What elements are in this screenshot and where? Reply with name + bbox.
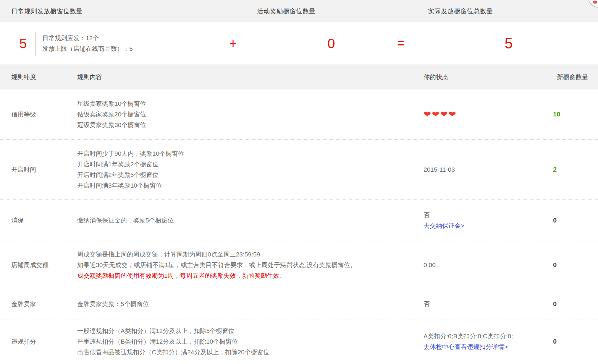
- count-cell: 0: [551, 217, 598, 224]
- rule-content: 开店时间少于90天内，奖励10个橱窗位 开店时间满1年奖励2个橱窗位 开店时间满…: [66, 148, 424, 191]
- daily-note-line1: 日常规则应发：12个: [42, 33, 133, 43]
- widget-red-icon: [593, 1, 597, 4]
- activity-reward-value: 0: [319, 22, 343, 64]
- rule-content-line: 金牌卖家奖励：5个橱窗位: [77, 299, 424, 309]
- rule-dimension-label: 金牌卖家: [0, 300, 66, 308]
- new-showcase-count-value: 0: [553, 261, 557, 269]
- header-rule-dimension: 规则纬度: [0, 73, 66, 81]
- rule-content: 周成交额是指上周的周成交额，计算周期为周四0点至周三23:59:59 如果近30…: [66, 249, 424, 281]
- rule-content-line: 星级卖家奖励10个橱窗位: [77, 98, 424, 109]
- status-cell: ❤❤❤❤: [424, 110, 551, 119]
- rule-content: 一般违规扣分（A类扣分）满12分及以上，扣除5个橱窗位 严重违规扣分（B类扣分）…: [66, 326, 424, 358]
- rule-content-line: 周成交额是指上周的周成交额，计算周期为周四0点至周三23:59:59: [77, 249, 424, 260]
- count-cell: 2: [551, 166, 598, 173]
- summary-divider: [35, 32, 36, 56]
- deposit-status-value: 否: [424, 210, 551, 220]
- summary-titles-band: 日常规则发放橱窗位数量 活动奖励橱窗位数量 实际发放橱窗位总数量: [0, 0, 598, 22]
- header-your-status: 你的状态: [424, 73, 551, 81]
- daily-rule-column-title: 日常规则发放橱窗位数量: [11, 0, 83, 22]
- showcase-rules-panel: 日常规则发放橱窗位数量 活动奖励橱窗位数量 实际发放橱窗位总数量 5 日常规则应…: [0, 0, 598, 364]
- new-showcase-count-value: 10: [553, 110, 560, 118]
- rule-content-line: 开店时间满3年奖励10个橱窗位: [77, 180, 424, 191]
- new-showcase-count-value: 0: [553, 300, 557, 308]
- status-cell: A类扣分:0;B类扣分:0;C类扣分:0; 去体检中心查看违规扣分详情>: [424, 331, 551, 352]
- rule-content-line: 开店时间满1年奖励2个橱窗位: [77, 159, 424, 170]
- rule-dimension-label: 消保: [0, 216, 66, 225]
- rule-content-line: 如果近30天无成交，或店铺不满1星，或主营类目不符合要求，或上周处于惩罚状态,没…: [77, 260, 424, 270]
- rule-dimension-label: 店铺周成交额: [0, 261, 66, 269]
- count-cell: 0: [551, 300, 598, 308]
- open-date-value: 2015-11-03: [424, 166, 455, 173]
- header-rule-content: 规则内容: [66, 73, 424, 81]
- rule-content-line: 开店时间满2年奖励5个橱窗位: [77, 170, 424, 180]
- rule-dimension-label: 信用等级: [0, 110, 66, 118]
- rule-content-line: 严重违规扣分（B类扣分）满12分及以上，扣除10个橱窗位: [77, 336, 424, 347]
- count-cell: 0: [551, 261, 598, 269]
- daily-issued-value: 5: [12, 22, 34, 64]
- actual-total-column-title: 实际发放橱窗位总数量: [428, 0, 493, 22]
- status-cell: 2015-11-03: [424, 164, 551, 175]
- activity-reward-column-title: 活动奖励橱窗位数量: [257, 0, 316, 22]
- total-issued-value: 5: [497, 22, 521, 64]
- status-cell: 否: [424, 299, 551, 309]
- gold-seller-status-value: 否: [424, 300, 430, 307]
- rule-content-line: 钻级卖家奖励20个橱窗位: [77, 109, 424, 120]
- table-row-violation-points: 违规扣分 一般违规扣分（A类扣分）满12分及以上，扣除5个橱窗位 严重违规扣分（…: [0, 319, 598, 364]
- rule-content-line: 开店时间少于90天内，奖励10个橱窗位: [77, 148, 424, 159]
- header-new-showcase-count: 新橱窗数量: [551, 73, 598, 81]
- rule-content-line: 一般违规扣分（A类扣分）满12分及以上，扣除5个橱窗位: [77, 326, 424, 336]
- count-cell: 10: [551, 110, 598, 118]
- table-row-gold-seller: 金牌卖家 金牌卖家奖励：5个橱窗位 否 0: [0, 289, 598, 319]
- rule-dimension-label: 开店时间: [0, 165, 66, 174]
- table-row-weekly-turnover: 店铺周成交额 周成交额是指上周的周成交额，计算周期为周四0点至周三23:59:5…: [0, 241, 598, 289]
- credit-hearts-icon: ❤❤❤❤: [424, 109, 457, 119]
- rule-content-line: 缴纳消保保证金的，奖励5个橱窗位: [77, 215, 424, 226]
- new-showcase-count-value: 0: [553, 217, 557, 224]
- new-showcase-count-value: 2: [553, 166, 557, 173]
- table-row-consumer-protection: 消保 缴纳消保保证金的，奖励5个橱窗位 否 去交纳保证金> 0: [0, 200, 598, 241]
- daily-note-line2: 发放上限（店铺在线商品数）：5: [42, 44, 133, 53]
- equals-operator: =: [389, 22, 413, 64]
- new-showcase-count-value: 0: [553, 338, 557, 345]
- pay-deposit-link[interactable]: 去交纳保证金>: [424, 220, 464, 231]
- rule-content: 星级卖家奖励10个橱窗位 钻级卖家奖励20个橱窗位 冠级卖家奖励30个橱窗位: [66, 98, 424, 130]
- status-cell: 否 去交纳保证金>: [424, 210, 551, 231]
- rule-content-line: 冠级卖家奖励30个橱窗位: [77, 120, 424, 130]
- rule-dimension-label: 违规扣分: [0, 337, 66, 346]
- violation-points-value: A类扣分:0;B类扣分:0;C类扣分:0;: [424, 331, 551, 342]
- table-row-open-time: 开店时间 开店时间少于90天内，奖励10个橱窗位 开店时间满1年奖励2个橱窗位 …: [0, 140, 598, 200]
- table-row-credit-level: 信用等级 星级卖家奖励10个橱窗位 钻级卖家奖励20个橱窗位 冠级卖家奖励30个…: [0, 90, 598, 140]
- rule-content: 缴纳消保保证金的，奖励5个橱窗位: [66, 215, 424, 226]
- rules-table-header: 规则纬度 规则内容 你的状态 新橱窗数量: [0, 64, 598, 90]
- rule-warning-line: 成交额奖励橱窗的使用有效期为1周，每周五老的奖励失效，新的奖励生效。: [77, 270, 424, 281]
- status-cell: 0.00: [424, 260, 551, 270]
- violation-details-link[interactable]: 去体检中心查看违规扣分详情>: [424, 342, 508, 352]
- plus-operator: +: [221, 22, 245, 64]
- rule-content: 金牌卖家奖励：5个橱窗位: [66, 299, 424, 309]
- rule-content-line: 出售假冒商品被违规扣分（C类扣分）满24分及以上，扣除20个橱窗位: [77, 347, 424, 358]
- summary-equation-row: 5 日常规则应发：12个 发放上限（店铺在线商品数）：5 + 0 = 5: [0, 22, 598, 64]
- daily-issue-notes: 日常规则应发：12个 发放上限（店铺在线商品数）：5: [42, 22, 133, 64]
- turnover-value: 0.00: [424, 261, 436, 268]
- count-cell: 0: [551, 338, 598, 345]
